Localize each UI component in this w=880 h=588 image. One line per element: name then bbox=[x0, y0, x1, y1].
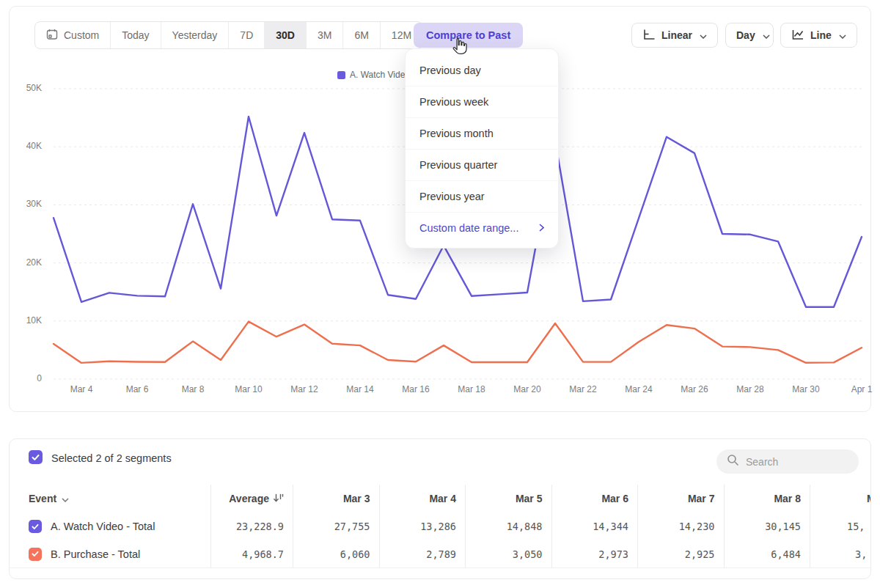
y-axis-tick: 50K bbox=[10, 83, 42, 93]
check-icon bbox=[32, 454, 40, 461]
table-cell: 14,344 bbox=[551, 512, 638, 540]
sort-descending-icon bbox=[273, 493, 284, 505]
search-icon bbox=[727, 454, 739, 469]
column-header-date[interactable]: Mar 5 bbox=[465, 485, 551, 512]
table-cell: 3,050 bbox=[465, 540, 551, 568]
table-row-event[interactable]: B. Purchase - Total bbox=[10, 540, 210, 568]
x-axis-tick: Mar 28 bbox=[725, 384, 776, 394]
column-header-event[interactable]: Event bbox=[10, 485, 210, 512]
check-icon bbox=[32, 551, 39, 557]
menu-item-label: Previous year bbox=[419, 191, 485, 202]
x-axis-tick: Mar 26 bbox=[669, 384, 720, 394]
chevron-down-icon bbox=[62, 493, 69, 504]
column-header-label: Mar 4 bbox=[429, 493, 456, 504]
menu-item-previous-week[interactable]: Previous week bbox=[406, 86, 558, 117]
row-label: B. Purchase - Total bbox=[51, 548, 140, 560]
search-box[interactable] bbox=[716, 449, 859, 474]
row-label: A. Watch Video - Total bbox=[51, 521, 155, 532]
y-axis-tick: 10K bbox=[10, 315, 42, 326]
column-header-label: Event bbox=[29, 493, 56, 504]
x-axis-tick: Mar 18 bbox=[446, 384, 497, 394]
menu-item-custom-date-range[interactable]: Custom date range... bbox=[406, 212, 558, 243]
x-axis-tick: Mar 22 bbox=[557, 384, 609, 394]
series-a-swatch bbox=[337, 71, 345, 79]
x-axis-tick: Mar 12 bbox=[279, 384, 330, 394]
table-cell: 4,968.7 bbox=[210, 540, 293, 568]
y-axis-tick: 20K bbox=[10, 257, 42, 268]
selected-segments-label: Selected 2 of 2 segments bbox=[51, 452, 172, 464]
column-header-label: Mar 7 bbox=[688, 493, 715, 504]
x-axis-tick: Mar 4 bbox=[56, 384, 107, 394]
check-icon bbox=[32, 523, 39, 530]
table-cell: 27,755 bbox=[293, 512, 379, 540]
x-axis-tick: Mar 6 bbox=[111, 384, 163, 394]
y-axis-tick: 40K bbox=[10, 141, 42, 151]
y-axis-tick: 30K bbox=[10, 199, 42, 209]
menu-item-previous-year[interactable]: Previous year bbox=[406, 180, 558, 212]
table-cell: 14,230 bbox=[637, 512, 724, 540]
menu-item-label: Previous day bbox=[419, 65, 481, 76]
column-header-date[interactable]: Mar 8 bbox=[724, 485, 810, 512]
segments-table: Event Average Mar 3 Mar 4 Mar 5 Mar 6 Ma… bbox=[10, 485, 871, 568]
y-axis-tick: 0 bbox=[10, 373, 42, 383]
table-cell: 6,060 bbox=[293, 540, 379, 568]
menu-item-label: Previous week bbox=[419, 96, 488, 108]
table-cell: 2,973 bbox=[551, 540, 638, 568]
segments-table-card: Selected 2 of 2 segments Event Average M… bbox=[9, 438, 871, 579]
x-axis-tick: Apr 1 bbox=[836, 384, 880, 394]
x-axis-tick: Mar 20 bbox=[502, 384, 553, 394]
column-header-label: Mar 6 bbox=[601, 493, 628, 504]
search-input[interactable] bbox=[746, 456, 841, 468]
menu-item-label: Custom date range... bbox=[419, 222, 518, 234]
x-axis-tick: Mar 8 bbox=[167, 384, 219, 394]
chevron-right-icon bbox=[539, 222, 544, 234]
row-checkbox[interactable] bbox=[29, 548, 42, 561]
menu-item-previous-month[interactable]: Previous month bbox=[406, 117, 558, 149]
x-axis-tick: Mar 30 bbox=[780, 384, 832, 394]
menu-item-previous-quarter[interactable]: Previous quarter bbox=[406, 149, 558, 180]
table-cell: 23,228.9 bbox=[210, 512, 293, 540]
table-cell: 6,484 bbox=[724, 540, 810, 568]
row-checkbox[interactable] bbox=[29, 520, 42, 533]
column-header-label: M bbox=[867, 493, 871, 504]
column-header-date[interactable]: Mar 3 bbox=[293, 485, 379, 512]
table-cell: 15, bbox=[810, 512, 871, 540]
x-axis-tick: Mar 16 bbox=[390, 384, 441, 394]
column-header-average[interactable]: Average bbox=[210, 485, 293, 512]
table-cell: 2,789 bbox=[379, 540, 466, 568]
x-axis-tick: Mar 14 bbox=[334, 384, 386, 394]
menu-item-previous-day[interactable]: Previous day bbox=[406, 54, 558, 86]
column-header-date[interactable]: M bbox=[810, 485, 871, 512]
x-axis-tick: Mar 24 bbox=[613, 384, 664, 394]
table-cell: 13,286 bbox=[379, 512, 466, 540]
compare-to-past-menu: Previous day Previous week Previous mont… bbox=[405, 48, 559, 249]
table-cell: 30,145 bbox=[724, 512, 810, 540]
column-header-date[interactable]: Mar 7 bbox=[637, 485, 724, 512]
menu-item-label: Previous month bbox=[419, 128, 494, 139]
column-header-date[interactable]: Mar 6 bbox=[551, 485, 638, 512]
menu-item-label: Previous quarter bbox=[419, 159, 497, 171]
column-header-label: Average bbox=[229, 493, 269, 504]
table-cell: 14,848 bbox=[465, 512, 551, 540]
select-all-checkbox[interactable] bbox=[29, 450, 43, 464]
column-header-label: Mar 8 bbox=[774, 493, 801, 504]
table-cell: 2,925 bbox=[637, 540, 724, 568]
column-header-label: Mar 5 bbox=[516, 493, 543, 504]
column-header-label: Mar 3 bbox=[343, 493, 370, 504]
column-header-date[interactable]: Mar 4 bbox=[379, 485, 466, 512]
x-axis-tick: Mar 10 bbox=[223, 384, 274, 394]
cursor-hand-icon bbox=[451, 37, 467, 58]
table-row-event[interactable]: A. Watch Video - Total bbox=[10, 512, 210, 540]
table-cell: 3, bbox=[810, 540, 871, 568]
